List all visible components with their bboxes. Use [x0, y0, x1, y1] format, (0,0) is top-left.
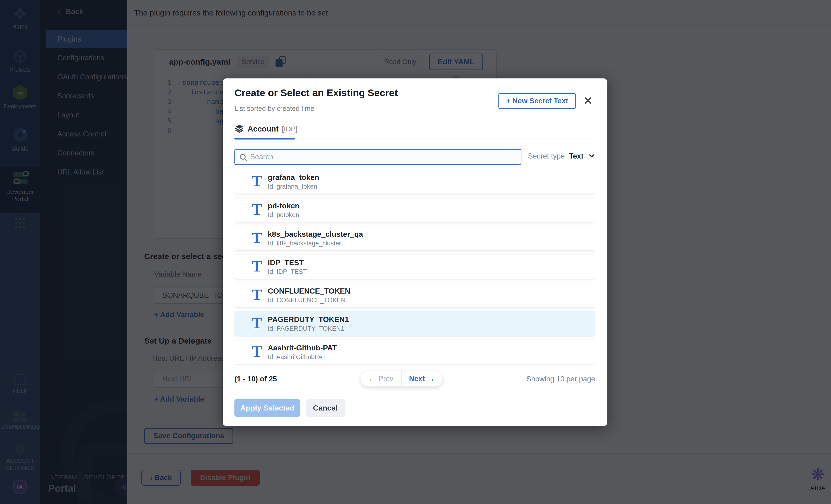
arrow-right-icon: →	[428, 375, 435, 383]
secret-name: k8s_backstage_cluster_qa	[268, 230, 363, 239]
layers-icon	[234, 123, 244, 134]
secret-name: CONFLUENCE_TOKEN	[268, 287, 350, 295]
text-secret-icon: T	[252, 229, 262, 247]
active-tab-underline	[234, 138, 295, 140]
text-secret-icon: T	[252, 258, 262, 276]
secret-name: pd-token	[268, 202, 299, 210]
search-input[interactable]	[250, 150, 518, 164]
text-secret-icon: T	[252, 172, 262, 190]
search-icon	[239, 153, 248, 163]
secret-type-label: Secret type	[528, 152, 565, 160]
secret-id: Id: IDP_TEST	[268, 268, 307, 275]
page-size-label: Showing 10 per page	[526, 375, 595, 383]
secret-row-confluence-token[interactable]: T CONFLUENCE_TOKEN Id: CONFLUENCE_TOKEN	[234, 283, 595, 307]
cancel-button[interactable]: Cancel	[306, 399, 345, 417]
secret-row-grafana-token[interactable]: T grafana_token Id: grafana_token	[234, 172, 595, 194]
secret-row-pagerduty-token1-selected[interactable]: T PAGERDUTY_TOKEN1 Id: PAGERDUTY_TOKEN1	[234, 312, 595, 336]
text-secret-icon: T	[252, 201, 262, 219]
secret-id: Id: AashritGithubPAT	[268, 353, 326, 361]
app-root: ❖ Home Projects ∞ Deployments Builds Dev…	[0, 0, 831, 504]
secret-row-idp-test[interactable]: T IDP_TEST Id: IDP_TEST	[234, 255, 595, 279]
secret-row-k8s-backstage[interactable]: T k8s_backstage_cluster_qa Id: k8s_backs…	[234, 226, 595, 250]
text-secret-icon: T	[252, 343, 262, 361]
secret-list: T grafana_token Id: grafana_token T pd-t…	[234, 172, 595, 365]
secret-type-filter[interactable]: Secret type Text	[528, 152, 596, 161]
secret-type-value: Text	[569, 152, 583, 160]
tab-account-idp[interactable]: Account [IDP]	[234, 123, 297, 134]
modal-footer-divider	[234, 392, 595, 392]
apply-selected-button[interactable]: Apply Selected	[234, 399, 300, 417]
secret-name: grafana_token	[268, 173, 319, 182]
pagination-pill: ← Prev Next →	[360, 371, 442, 387]
text-secret-icon: T	[252, 314, 262, 332]
tab-scope-badge: [IDP]	[282, 125, 297, 133]
secret-id: Id: PAGERDUTY_TOKEN1	[268, 325, 344, 332]
secret-name: PAGERDUTY_TOKEN1	[268, 315, 349, 324]
arrow-left-icon: ←	[368, 375, 376, 383]
secret-row-aashrit-github-pat[interactable]: T Aashrit-Github-PAT Id: AashritGithubPA…	[234, 340, 595, 364]
chevron-down-icon	[588, 152, 596, 161]
secret-name: IDP_TEST	[268, 258, 304, 267]
tab-label: Account	[248, 124, 279, 134]
prev-page-button[interactable]: ← Prev	[361, 371, 402, 386]
secret-id: Id: grafana_token	[268, 183, 317, 190]
text-secret-icon: T	[252, 286, 262, 304]
pagination-count: (1 - 10) of 25	[234, 375, 277, 383]
secret-id: Id: pdtoken	[268, 211, 299, 219]
secret-picker-dialog: Create or Select an Existing Secret List…	[223, 79, 607, 426]
secret-name: Aashrit-Github-PAT	[268, 344, 337, 352]
secret-id: Id: k8s_backstage_cluster	[268, 240, 341, 247]
dialog-subtitle: List sorted by created time	[234, 105, 314, 113]
dialog-title: Create or Select an Existing Secret	[234, 87, 398, 99]
next-page-button[interactable]: Next →	[402, 371, 442, 386]
new-secret-text-button[interactable]: + New Secret Text	[498, 93, 576, 109]
search-box	[234, 149, 521, 165]
close-icon[interactable]: ✕	[581, 93, 595, 109]
secret-row-pd-token[interactable]: T pd-token Id: pdtoken	[234, 198, 595, 222]
secret-id: Id: CONFLUENCE_TOKEN	[268, 297, 345, 304]
